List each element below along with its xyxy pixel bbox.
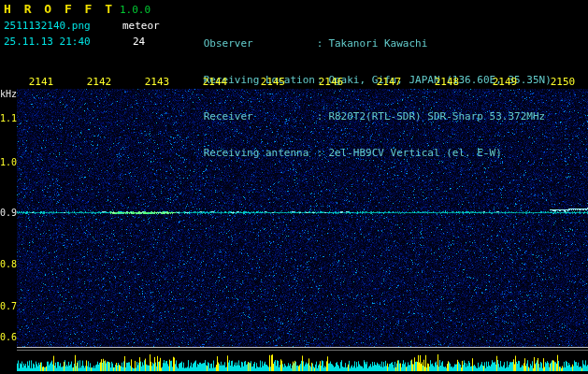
app-version: 1.0.0 [120,4,151,16]
app-title: H R O F F T [4,2,115,16]
info-label: Receiving antenna [204,147,317,159]
info-row-receiver: Receiver:R820T2(RTL-SDR) SDR-Sharp 53.37… [166,98,552,110]
info-row-antenna: Receiving antenna:2el-HB9CV Vertical (el… [166,135,552,147]
info-row-observer: Observer:Takanori Kawachi [166,25,552,37]
freq-tick-label: 1.1 [0,113,16,123]
time-tick-label: 2148 [433,76,461,88]
timestamp: 25.11.13 21:40 [4,36,91,48]
freq-unit-label: kHz [0,89,16,99]
time-tick-label: 2143 [143,76,171,88]
freq-tick-label: 1.0 [0,157,16,167]
time-tick-label: 2146 [317,76,345,88]
time-tick-label: 2147 [375,76,403,88]
time-tick-label: 2149 [491,76,519,88]
info-value: 2el-HB9CV Vertical (el. E-W) [328,147,501,159]
info-separator: : [317,37,329,50]
hrofft-output: H R O F F T 1.0.0 2511132140.png meteor … [0,0,588,374]
time-tick-label: 2142 [85,76,113,88]
output-filename: 2511132140.png [4,20,91,32]
info-separator: : [317,147,329,159]
time-tick-label: 2145 [259,76,287,88]
info-separator: : [317,110,329,122]
info-label: Receiver [204,110,317,122]
info-value: Takanori Kawachi [328,37,427,50]
info-value: R820T2(RTL-SDR) SDR-Sharp 53.372MHz [328,110,545,122]
freq-tick-label: 0.8 [0,259,16,269]
freq-tick-label: 0.7 [0,301,16,311]
info-row-location: Receiving Location:Ogaki, Gifu, JAPAN (1… [166,62,552,74]
freq-tick-label: 0.9 [0,208,16,218]
time-tick-label: 2144 [201,76,229,88]
info-label: Observer [204,37,317,50]
time-tick-label: 2150 [549,76,577,88]
time-tick-label: 2141 [27,76,55,88]
mode-label: meteor [122,20,160,32]
echo-count: 24 [133,36,145,48]
freq-tick-label: 0.6 [0,332,16,342]
